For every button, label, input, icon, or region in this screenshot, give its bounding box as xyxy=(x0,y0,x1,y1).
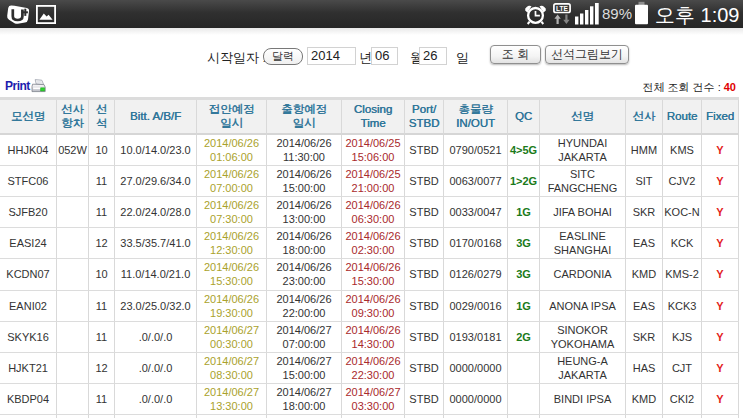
svg-text:LTE: LTE xyxy=(556,5,569,12)
